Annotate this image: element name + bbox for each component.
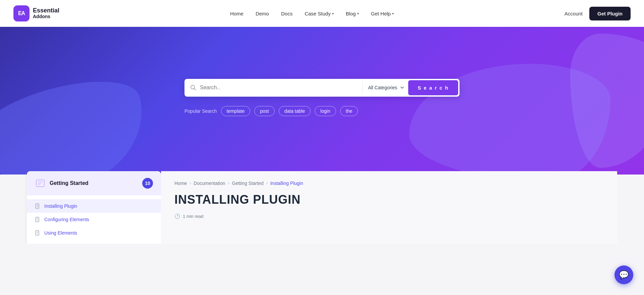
nav-case-study[interactable]: Case Study ▾: [305, 11, 334, 16]
doc-icon: [35, 203, 40, 209]
search-icon: [190, 84, 197, 91]
getting-started-icon: [35, 178, 46, 189]
nav-blog[interactable]: Blog ▾: [346, 11, 359, 16]
sidebar-item-label: Installing Plugin: [44, 203, 77, 209]
search-input[interactable]: [200, 81, 358, 95]
nav-demo[interactable]: Demo: [256, 11, 269, 16]
nav-docs[interactable]: Docs: [281, 11, 292, 16]
read-time: 🕐 1 min read: [174, 213, 604, 219]
get-plugin-button[interactable]: Get Plugin: [589, 7, 631, 20]
hero-section: All Categories S e a r c h Popular Searc…: [0, 27, 644, 175]
popular-search-label: Popular Search: [184, 108, 217, 114]
logo-icon: EA: [13, 5, 30, 21]
chevron-down-icon: ▾: [332, 12, 334, 15]
breadcrumb-installing-plugin: Installing Plugin: [270, 181, 303, 186]
sidebar-header-left: Getting Started: [35, 178, 89, 189]
sidebar-badge: 10: [142, 178, 153, 189]
header: EA Essential Addons Home Demo Docs Case …: [0, 0, 644, 27]
breadcrumb-arrow: ›: [266, 181, 268, 186]
popular-tag-post[interactable]: post: [254, 106, 274, 116]
logo-link[interactable]: EA Essential Addons: [13, 5, 59, 21]
breadcrumb-documentation[interactable]: Documentation: [194, 181, 225, 186]
search-button[interactable]: S e a r c h: [408, 80, 458, 95]
breadcrumb-home[interactable]: Home: [174, 181, 187, 186]
search-box: All Categories S e a r c h: [184, 79, 460, 97]
sidebar-section-title: Getting Started: [50, 180, 89, 186]
clock-icon: 🕐: [174, 213, 180, 219]
main-content: Home › Documentation › Getting Started ›…: [161, 171, 617, 244]
sidebar-item-using-elements[interactable]: Using Elements: [27, 226, 161, 240]
page-title: INSTALLING PLUGIN: [174, 193, 604, 207]
breadcrumb-arrow: ›: [228, 181, 229, 186]
sidebar-item-installing-plugin[interactable]: Installing Plugin: [27, 199, 161, 213]
doc-icon: [35, 217, 40, 222]
popular-tag-login[interactable]: login: [315, 106, 336, 116]
popular-tag-template[interactable]: template: [221, 106, 251, 116]
sidebar-items-list: Installing Plugin Configuring Elements: [27, 195, 161, 244]
category-select[interactable]: All Categories: [367, 82, 406, 93]
sidebar-section-header: Getting Started 10: [27, 171, 161, 195]
chevron-down-icon: ▾: [357, 12, 359, 15]
read-time-label: 1 min read: [183, 214, 203, 219]
nav-get-help[interactable]: Get Help ▾: [371, 11, 394, 16]
sidebar: Getting Started 10 Installing Plugin: [27, 171, 161, 244]
popular-search: Popular Search template post data table …: [184, 106, 460, 116]
nav-home[interactable]: Home: [230, 11, 244, 16]
sidebar-item-label: Using Elements: [44, 230, 77, 236]
popular-tag-the[interactable]: the: [340, 106, 358, 116]
popular-tag-data-table[interactable]: data table: [279, 106, 311, 116]
search-divider: [362, 82, 363, 94]
chevron-down-icon: ▾: [392, 12, 394, 15]
sidebar-section-getting-started: Getting Started 10 Installing Plugin: [27, 171, 161, 244]
doc-icon: [35, 230, 40, 236]
hero-content: All Categories S e a r c h Popular Searc…: [184, 79, 460, 116]
content-area: Getting Started 10 Installing Plugin: [0, 171, 644, 244]
nav-right: Account Get Plugin: [565, 7, 631, 20]
sidebar-item-configuring-elements[interactable]: Configuring Elements: [27, 213, 161, 226]
logo-text: Essential Addons: [33, 7, 59, 19]
account-link[interactable]: Account: [565, 11, 583, 16]
brand-name-line1: Essential: [33, 7, 59, 14]
breadcrumb-getting-started[interactable]: Getting Started: [232, 181, 264, 186]
brand-name-line2: Addons: [33, 14, 59, 19]
svg-line-1: [194, 89, 196, 90]
sidebar-item-label: Configuring Elements: [44, 217, 89, 222]
main-nav: Home Demo Docs Case Study ▾ Blog ▾ Get H…: [230, 11, 394, 16]
breadcrumb: Home › Documentation › Getting Started ›…: [174, 181, 604, 186]
breadcrumb-arrow: ›: [190, 181, 191, 186]
